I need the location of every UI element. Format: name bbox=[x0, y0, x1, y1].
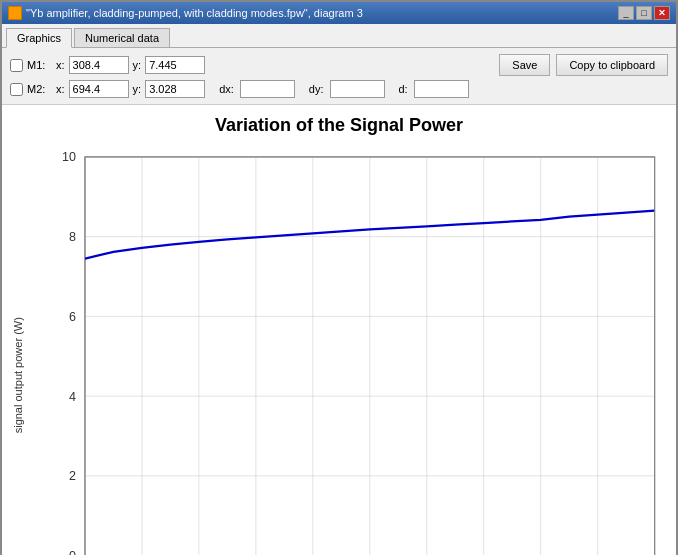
m1-checkbox[interactable] bbox=[10, 59, 23, 72]
controls-panel: M1: x: y: Save Copy to clipboard M2: x: … bbox=[2, 48, 676, 105]
d-label: d: bbox=[399, 83, 408, 95]
y-axis-label: signal output power (W) bbox=[12, 144, 24, 555]
m1-y-label: y: bbox=[133, 59, 142, 71]
chart-svg-container: 0 2 4 6 8 10 0 100 200 300 400 500 bbox=[28, 144, 666, 555]
window-title: "Yb amplifier, cladding-pumped, with cla… bbox=[26, 7, 363, 19]
svg-text:4: 4 bbox=[69, 390, 76, 404]
m2-y-label: y: bbox=[133, 83, 142, 95]
chart-container: signal output power (W) bbox=[12, 144, 666, 555]
m1-row: M1: x: y: bbox=[10, 56, 205, 74]
chart-svg: 0 2 4 6 8 10 0 100 200 300 400 500 bbox=[28, 144, 666, 555]
m2-x-label: x: bbox=[56, 83, 65, 95]
maximize-button[interactable]: □ bbox=[636, 6, 652, 20]
close-button[interactable]: ✕ bbox=[654, 6, 670, 20]
chart-inner: 0 2 4 6 8 10 0 100 200 300 400 500 bbox=[28, 144, 666, 555]
chart-area: Variation of the Signal Power signal out… bbox=[2, 105, 676, 555]
tab-numerical-data[interactable]: Numerical data bbox=[74, 28, 170, 47]
main-window: "Yb amplifier, cladding-pumped, with cla… bbox=[0, 0, 678, 555]
svg-text:6: 6 bbox=[69, 310, 76, 324]
controls-row-1: M1: x: y: Save Copy to clipboard bbox=[10, 54, 668, 76]
m2-x-input[interactable] bbox=[69, 80, 129, 98]
svg-text:10: 10 bbox=[62, 150, 76, 164]
svg-text:2: 2 bbox=[69, 469, 76, 483]
controls-row-2: M2: x: y: dx: dy: d: bbox=[10, 80, 668, 98]
d-input[interactable] bbox=[414, 80, 469, 98]
dx-label: dx: bbox=[219, 83, 234, 95]
tabs-bar: Graphics Numerical data bbox=[2, 24, 676, 48]
m1-y-input[interactable] bbox=[145, 56, 205, 74]
save-button[interactable]: Save bbox=[499, 54, 550, 76]
dy-label: dy: bbox=[309, 83, 324, 95]
m2-label: M2: bbox=[27, 83, 52, 95]
chart-title: Variation of the Signal Power bbox=[215, 115, 463, 136]
app-icon bbox=[8, 6, 22, 20]
minimize-button[interactable]: _ bbox=[618, 6, 634, 20]
svg-text:0: 0 bbox=[69, 549, 76, 555]
tab-graphics[interactable]: Graphics bbox=[6, 28, 72, 48]
m1-x-input[interactable] bbox=[69, 56, 129, 74]
title-bar-left: "Yb amplifier, cladding-pumped, with cla… bbox=[8, 6, 363, 20]
m1-label: M1: bbox=[27, 59, 52, 71]
m2-row: M2: x: y: bbox=[10, 80, 205, 98]
copy-clipboard-button[interactable]: Copy to clipboard bbox=[556, 54, 668, 76]
m2-y-input[interactable] bbox=[145, 80, 205, 98]
dy-input[interactable] bbox=[330, 80, 385, 98]
dx-input[interactable] bbox=[240, 80, 295, 98]
title-buttons: _ □ ✕ bbox=[618, 6, 670, 20]
m2-checkbox[interactable] bbox=[10, 83, 23, 96]
title-bar: "Yb amplifier, cladding-pumped, with cla… bbox=[2, 2, 676, 24]
svg-text:8: 8 bbox=[69, 230, 76, 244]
m1-x-label: x: bbox=[56, 59, 65, 71]
